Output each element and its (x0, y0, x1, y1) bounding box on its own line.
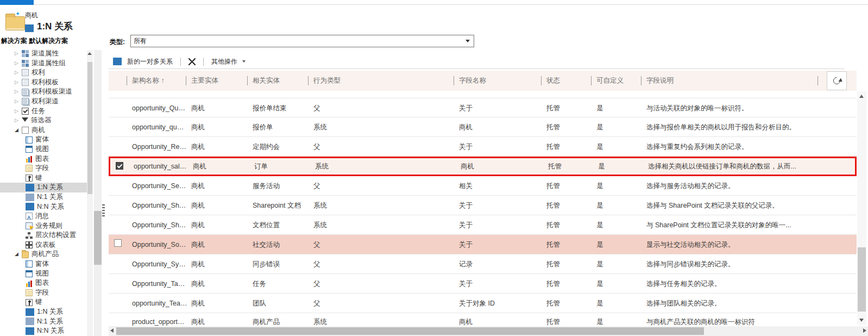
grid-horizontal-scrollbar[interactable] (109, 326, 868, 336)
table-cell: 选择与重复约会系列相关的记录。 (646, 137, 857, 157)
table-row[interactable]: product_opportuniti...商机商机产品系统商机托管是与商机产品… (109, 313, 857, 326)
sidebar-item[interactable]: N:N 关系 (0, 326, 90, 336)
column-header[interactable]: 字段名称 (454, 76, 486, 85)
grid-vertical-scrollbar[interactable] (857, 91, 866, 325)
expander-icon[interactable]: ▷ (15, 116, 22, 126)
more-actions-button[interactable]: 其他操作 (207, 54, 250, 69)
sidebar-item[interactable]: ◢商机产品 (0, 250, 90, 259)
pane-scrollbar[interactable] (94, 50, 102, 336)
sidebar-item[interactable]: 键 (0, 173, 90, 183)
expander-icon[interactable]: ▷ (15, 49, 22, 59)
table-row[interactable]: Opportunity_Tasks商机任务父关于托管是选择与任务相关的记录。 (109, 274, 857, 294)
table-row[interactable]: opportunity_sales_o...商机订单系统商机托管是选择相关商机以… (109, 157, 857, 176)
sidebar-item[interactable]: 窗体 (0, 259, 90, 269)
expander-icon[interactable]: ▷ (15, 68, 22, 78)
scrollbar-thumb[interactable] (858, 247, 866, 312)
sidebar-item[interactable]: 字段 (0, 288, 90, 298)
table-cell: 是 (596, 176, 640, 196)
table-cell: opportunity_Teams (132, 294, 187, 313)
sidebar-item[interactable]: 仪表板 (0, 240, 90, 250)
table-row[interactable]: Opportunity_Sharep...商机文档位置系统关于托管是与 Shar… (109, 215, 857, 235)
sidebar-item[interactable]: 视图 (0, 269, 90, 279)
refresh-button[interactable] (827, 71, 847, 90)
table-row[interactable]: Opportunity_Service...商机服务活动父相关托管是选择与服务活… (109, 176, 857, 196)
column-header[interactable]: 主要实体 (186, 76, 218, 85)
expander-icon[interactable]: ▷ (15, 107, 22, 116)
doc-icon (22, 69, 29, 76)
sidebar-item[interactable]: 图表 (0, 278, 90, 288)
table-cell: 选择与服务活动相关的记录。 (646, 176, 857, 196)
sidebar-item[interactable]: 视图 (0, 145, 90, 154)
sidebar-item[interactable]: ▷权利模板渠道 (0, 87, 90, 97)
sidebar-item[interactable]: 字段 (0, 164, 90, 173)
sidebar-item[interactable]: ▷任务 (0, 107, 90, 116)
sidebar-item[interactable]: ▷筛选器 (0, 116, 90, 126)
sidebar-item[interactable]: 业务规则 (0, 221, 90, 231)
bizrule-icon (26, 222, 33, 229)
column-header[interactable]: 状态 (541, 76, 560, 85)
table-row[interactable]: Opportunity_Sharep...商机Sharepoint 文档系统关于… (109, 196, 857, 215)
sidebar-item[interactable]: 窗体 (0, 135, 90, 145)
expander-icon[interactable]: ▷ (15, 59, 22, 69)
sidebar-item[interactable]: ▷渠道属性 (0, 49, 90, 59)
scroll-right-icon[interactable] (863, 328, 866, 333)
sidebar-item[interactable]: 消息 (0, 211, 90, 221)
sidebar-item[interactable]: ▷渠道属性组 (0, 59, 90, 69)
splitter-grip[interactable] (102, 204, 105, 216)
table-row[interactable]: Opportunity_SocialA...商机社交活动父关于托管是显示与社交活… (109, 235, 857, 254)
sidebar-item[interactable]: 层次结构设置 (0, 231, 90, 240)
sidebar-item[interactable]: ▷权利 (0, 68, 90, 78)
expander-icon[interactable]: ▷ (15, 87, 22, 97)
table-cell: 商机 (191, 176, 249, 196)
column-header[interactable]: 可自定义 (591, 76, 624, 85)
row-checkbox[interactable] (116, 162, 123, 170)
sidebar-item[interactable]: 1:N 关系 (0, 307, 90, 317)
sidebar-item[interactable]: ▷权利模板 (0, 78, 90, 88)
table-cell: Opportunity_Sharep... (132, 196, 187, 215)
type-select-value: 所有 (134, 37, 147, 45)
sidebar-item[interactable]: N:1 关系 (0, 317, 90, 327)
scroll-down-icon[interactable] (859, 319, 864, 322)
column-header[interactable]: 行为类型 (308, 76, 341, 85)
expander-icon[interactable]: ◢ (15, 126, 22, 135)
column-header[interactable]: 字段说明 (641, 76, 674, 85)
table-row[interactable]: opportunity_Teams商机团队父关于对象 ID托管是选择与团队相关的… (109, 294, 857, 313)
scrollbar-thumb[interactable] (94, 211, 102, 265)
sidebar-item[interactable]: ◢商机 (0, 126, 90, 135)
browser-tab-stub[interactable] (0, 0, 34, 5)
sidebar-item[interactable]: N:1 关系 (0, 192, 90, 202)
expander-icon[interactable]: ▷ (15, 97, 22, 107)
row-checkbox[interactable] (114, 239, 122, 247)
table-row[interactable]: Opportunity_Recurri...商机定期约会父关于托管是选择与重复约… (109, 137, 857, 157)
expander-icon[interactable]: ▷ (15, 78, 22, 88)
sidebar-item[interactable]: 图表 (0, 154, 90, 164)
grid-header: 架构名称 ↑主要实体相关实体行为类型字段名称状态可自定义字段说明 (109, 71, 857, 91)
type-select[interactable]: 所有 (130, 35, 474, 47)
sidebar-item[interactable]: 1:N 关系 (0, 183, 90, 192)
table-cell: 商机 (191, 274, 249, 294)
scrollbar-thumb[interactable] (116, 327, 704, 335)
table-row[interactable]: Opportunity_SyncErr...商机同步错误父记录托管是选择与同步错… (109, 254, 857, 274)
expander-icon[interactable]: ◢ (15, 250, 22, 259)
toolbar-separator (180, 58, 181, 66)
new-one-to-many-button[interactable]: 新的一对多关系 (109, 54, 177, 69)
column-header[interactable]: 相关实体 (247, 76, 280, 85)
scroll-up-icon[interactable] (87, 52, 92, 55)
column-header[interactable]: 架构名称 ↑ (127, 76, 165, 85)
scroll-left-icon[interactable] (110, 328, 114, 333)
row-checkbox-cell (114, 318, 130, 326)
scrollbar-thumb[interactable] (87, 62, 92, 194)
table-row[interactable]: opportunity_QuoteC...商机报价单结束父关于托管是与活动关联的… (109, 98, 857, 117)
sidebar-item-label: 1:N 关系 (37, 308, 63, 315)
table-row[interactable]: opportunity_quotes商机报价单系统商机托管是选择与报价单相关的商… (109, 117, 857, 137)
table-cell: 商机 (191, 117, 249, 137)
scroll-up-icon[interactable] (859, 95, 864, 98)
table-cell: 系统 (315, 158, 386, 175)
row-checkbox-cell (114, 254, 130, 274)
table-cell: 选择与团队相关的记录。 (646, 294, 857, 313)
sidebar-item[interactable]: ▷权利渠道 (0, 97, 90, 107)
delete-button[interactable] (184, 54, 200, 69)
sidebar-scrollbar[interactable] (87, 50, 93, 336)
sidebar-item[interactable]: N:N 关系 (0, 202, 90, 212)
sidebar-item[interactable]: 键 (0, 297, 90, 307)
